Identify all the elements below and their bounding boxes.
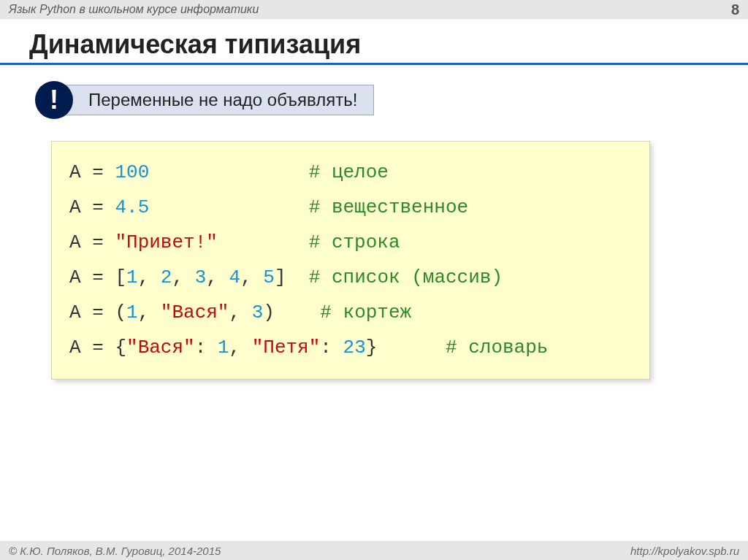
title-underline	[0, 63, 748, 65]
code-block: A = 100 # целое A = 4.5 # вещественное A…	[51, 141, 650, 380]
code-line-5: A = (1, "Вася", 3) # кортеж	[69, 295, 632, 330]
footer-right: http://kpolyakov.spb.ru	[630, 545, 739, 557]
slide-title: Динамическая типизация	[29, 29, 748, 60]
code-line-3: A = "Привет!" # строка	[69, 225, 632, 260]
footer-left: © К.Ю. Поляков, В.М. Гуровиц, 2014-2015	[9, 545, 221, 557]
exclamation-icon: !	[35, 81, 73, 119]
topbar: Язык Python в школьном курсе информатики…	[0, 0, 748, 19]
code-line-2: A = 4.5 # вещественное	[69, 190, 632, 225]
page-number: 8	[731, 1, 739, 18]
code-line-1: A = 100 # целое	[69, 155, 632, 190]
code-line-6: A = {"Вася": 1, "Петя": 23} # словарь	[69, 330, 632, 365]
code-line-4: A = [1, 2, 3, 4, 5] # список (массив)	[69, 260, 632, 295]
footer: © К.Ю. Поляков, В.М. Гуровиц, 2014-2015 …	[0, 541, 748, 560]
callout: ! Переменные не надо объявлять!	[35, 81, 748, 119]
callout-text: Переменные не надо объявлять!	[66, 85, 374, 115]
course-title: Язык Python в школьном курсе информатики	[9, 3, 259, 16]
